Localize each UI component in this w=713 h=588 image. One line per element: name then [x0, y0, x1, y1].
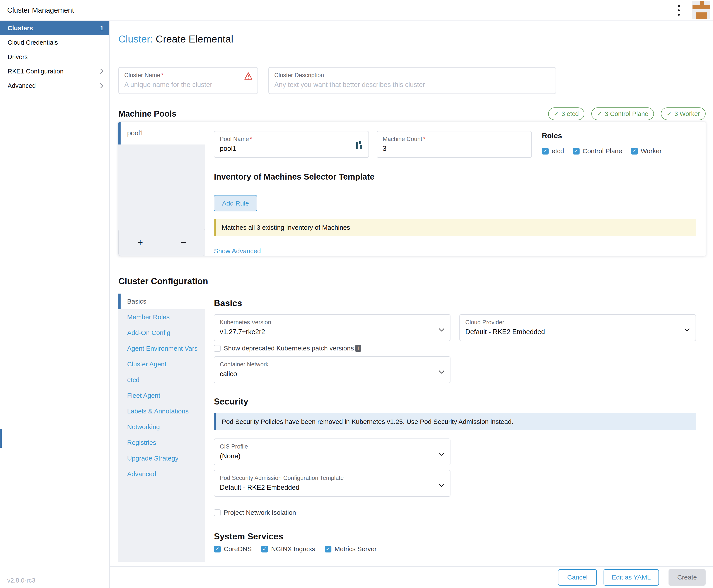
matches-banner: Matches all 3 existing Inventory of Mach… [214, 219, 696, 236]
machine-count-label: Machine Count [383, 136, 422, 142]
psa-template-label: Pod Security Admission Configuration Tem… [220, 475, 445, 481]
psp-removed-banner: Pod Security Policies have been removed … [214, 413, 696, 430]
chevron-down-icon [439, 450, 444, 458]
edit-as-yaml-button[interactable]: Edit as YAML [604, 569, 659, 586]
add-pool-button[interactable]: + [119, 229, 162, 256]
config-tab-fleet-agent[interactable]: Fleet Agent [118, 388, 205, 403]
cis-profile-value: (None) [220, 452, 445, 460]
cluster-description-field: Cluster Description [268, 67, 556, 94]
main-content: Cluster: Create Elemental Cluster Name* … [110, 21, 713, 566]
checkbox-unchecked-icon [214, 345, 221, 352]
app-version: v2.8.0-rc3 [7, 577, 35, 584]
sidebar: Clusters 1 Cloud Credentials Drivers RKE… [0, 21, 110, 588]
kebab-menu-icon[interactable] [675, 3, 683, 18]
sidebar-item-rke1-configuration[interactable]: RKE1 Configuration [0, 64, 109, 79]
page-title-name: Create Elemental [156, 33, 233, 45]
checkbox-checked-icon [573, 148, 579, 154]
container-network-label: Container Network [220, 361, 445, 368]
config-tab-labels-annotations[interactable]: Labels & Annotations [118, 403, 205, 419]
info-icon[interactable]: i [355, 345, 361, 352]
sidebar-item-advanced[interactable]: Advanced [0, 79, 109, 93]
sidebar-item-label: Cloud Credentials [8, 39, 58, 46]
machine-pools-card: pool1 + − Pool Name* Machine Coun [118, 122, 706, 256]
machine-count-input[interactable] [383, 145, 514, 152]
chevron-down-icon [439, 368, 444, 376]
cloud-provider-value: Default - RKE2 Embedded [465, 328, 690, 336]
sidebar-item-label: Clusters [8, 25, 33, 32]
control-plane-count-badge: 3 Control Plane [591, 107, 654, 120]
sidebar-item-label: Advanced [8, 82, 36, 89]
config-tab-member-roles[interactable]: Member Roles [118, 309, 205, 325]
machine-pools-heading: Machine Pools [118, 109, 177, 119]
cluster-name-input[interactable] [124, 81, 242, 89]
config-tab-etcd[interactable]: etcd [118, 372, 205, 388]
sidebar-item-cloud-credentials[interactable]: Cloud Credentials [0, 35, 109, 50]
machine-count-field: Machine Count* [377, 131, 532, 158]
pool-name-input[interactable] [220, 145, 351, 152]
randomize-name-icon[interactable] [356, 141, 363, 150]
cis-profile-label: CIS Profile [220, 443, 445, 450]
kubernetes-version-value: v1.27.7+rke2r2 [220, 328, 445, 336]
service-checkbox-coredns[interactable]: CoreDNS [214, 545, 252, 553]
config-tab-advanced[interactable]: Advanced [118, 466, 205, 482]
remove-pool-button[interactable]: − [162, 229, 205, 256]
role-checkbox-control-plane[interactable]: Control Plane [573, 147, 622, 155]
pool-name-label: Pool Name [220, 136, 249, 142]
cloud-provider-label: Cloud Provider [465, 319, 690, 326]
show-advanced-link[interactable]: Show Advanced [214, 247, 261, 255]
container-network-value: calico [220, 370, 445, 378]
page-title-prefix: Cluster: [118, 33, 153, 45]
title-divider [118, 53, 706, 53]
sidebar-item-label: RKE1 Configuration [8, 68, 63, 75]
config-tab-addon-config[interactable]: Add-On Config [118, 325, 205, 341]
cluster-description-input[interactable] [274, 81, 528, 89]
add-rule-button[interactable]: Add Rule [214, 195, 257, 211]
top-header: Cluster Management [0, 0, 713, 21]
checkbox-checked-icon [542, 148, 549, 154]
service-checkbox-metrics-server[interactable]: Metrics Server [325, 545, 376, 553]
warning-icon [244, 72, 253, 82]
cluster-description-label: Cluster Description [274, 72, 550, 79]
checkbox-checked-icon [261, 546, 268, 552]
service-checkbox-nginx-ingress[interactable]: NGINX Ingress [261, 545, 315, 553]
config-tab-basics[interactable]: Basics [118, 294, 205, 309]
role-checkbox-etcd[interactable]: etcd [542, 147, 564, 155]
config-tab-registries[interactable]: Registries [118, 435, 205, 450]
security-heading: Security [214, 397, 706, 406]
etcd-count-badge: 3 etcd [548, 107, 584, 120]
role-checkbox-worker[interactable]: Worker [631, 147, 662, 155]
project-network-isolation-checkbox[interactable]: Project Network Isolation [214, 509, 706, 516]
chevron-right-icon [100, 83, 104, 88]
config-tab-agent-environment-vars[interactable]: Agent Environment Vars [118, 341, 205, 356]
cis-profile-select[interactable]: CIS Profile (None) [214, 439, 450, 465]
psa-template-select[interactable]: Pod Security Admission Configuration Tem… [214, 470, 450, 497]
checkbox-checked-icon [214, 546, 221, 552]
page-title: Cluster: Create Elemental [118, 33, 706, 45]
kubernetes-version-select[interactable]: Kubernetes Version v1.27.7+rke2r2 [214, 314, 450, 341]
config-tab-networking[interactable]: Networking [118, 419, 205, 435]
clusters-count-badge: 1 [100, 25, 104, 32]
chevron-down-icon [684, 326, 690, 333]
container-network-select[interactable]: Container Network calico [214, 356, 450, 383]
machine-pool-tab-pool1[interactable]: pool1 [118, 122, 205, 145]
chevron-down-icon [439, 326, 444, 333]
cluster-name-label: Cluster Name [124, 72, 160, 79]
pool-name-field: Pool Name* [214, 131, 369, 158]
sidebar-item-clusters[interactable]: Clusters 1 [0, 21, 109, 35]
show-deprecated-checkbox[interactable]: Show deprecated Kubernetes patch version… [214, 344, 354, 352]
sidebar-item-drivers[interactable]: Drivers [0, 50, 109, 64]
worker-count-badge: 3 Worker [661, 107, 706, 120]
avatar[interactable] [692, 1, 710, 19]
checkbox-unchecked-icon [214, 509, 221, 516]
basics-heading: Basics [214, 298, 706, 308]
kubernetes-version-label: Kubernetes Version [220, 319, 445, 326]
cloud-provider-select[interactable]: Cloud Provider Default - RKE2 Embedded [460, 314, 696, 341]
config-tab-cluster-agent[interactable]: Cluster Agent [118, 356, 205, 372]
action-bar: Cancel Edit as YAML Create [110, 566, 713, 588]
config-tab-upgrade-strategy[interactable]: Upgrade Strategy [118, 450, 205, 466]
chevron-right-icon [100, 68, 104, 74]
chevron-down-icon [439, 482, 444, 489]
cancel-button[interactable]: Cancel [558, 569, 597, 586]
cluster-name-field: Cluster Name* [118, 67, 258, 94]
create-button[interactable]: Create [669, 569, 706, 586]
